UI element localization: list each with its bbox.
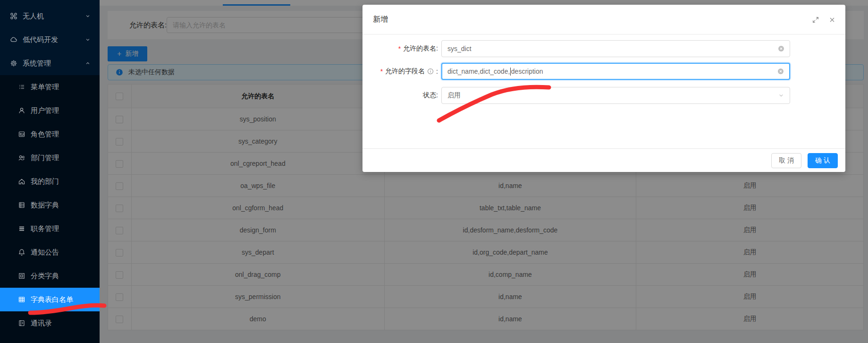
modal-header: 新增 [362, 5, 845, 34]
cloud-icon [10, 36, 17, 43]
field-label-status: 状态: [423, 91, 438, 100]
chevron-down-icon [85, 13, 91, 19]
drone-icon [10, 12, 17, 20]
home-icon [18, 178, 25, 185]
sidebar-item-label: 用户管理 [31, 106, 59, 115]
close-icon[interactable] [828, 16, 836, 24]
cancel-button[interactable]: 取 消 [771, 153, 801, 168]
book-icon [18, 201, 25, 209]
sidebar-item[interactable]: 用户管理 [0, 99, 100, 122]
confirm-button[interactable]: 确 认 [808, 153, 838, 168]
sidebar-item[interactable]: 分类字典 [0, 264, 100, 288]
sidebar-group-item[interactable]: 低代码开发 [0, 28, 100, 51]
list-icon [18, 83, 25, 91]
form-row-table-name: * 允许的表名: sys_dict [362, 40, 845, 57]
sidebar-item-label: 无人机 [23, 12, 44, 21]
sidebar-item-label: 职务管理 [31, 224, 59, 233]
team-icon [18, 154, 25, 162]
field-label-fields: 允许的字段名 [385, 67, 425, 76]
sidebar-item[interactable]: 职务管理 [0, 217, 100, 240]
sidebar-item[interactable]: 通讯录 [0, 311, 100, 335]
sidebar-item-label: 通知公告 [31, 248, 59, 257]
table-icon [18, 296, 25, 303]
sidebar-item[interactable]: 字典表白名单 [0, 288, 100, 311]
sidebar-item-label: 分类字典 [31, 272, 59, 281]
modal-footer: 取 消 确 认 [362, 148, 845, 172]
sidebar-item[interactable]: 通知公告 [0, 240, 100, 264]
chevron-up-icon [85, 60, 91, 66]
contact-icon [18, 319, 25, 327]
sidebar-item-label: 我的部门 [31, 177, 59, 186]
grid-icon [18, 272, 25, 280]
sidebar-group-item[interactable]: 无人机 [0, 4, 100, 28]
sidebar: 无人机 低代码开发 系统管理 [0, 0, 100, 343]
status-select[interactable]: 启用 [441, 87, 790, 104]
bell-icon [18, 249, 25, 256]
bars-icon [18, 225, 25, 232]
sidebar-item-label: 角色管理 [31, 130, 59, 139]
sidebar-item[interactable]: 部门管理 [0, 146, 100, 170]
required-mark: * [398, 45, 401, 52]
add-modal: 新增 * 允许的表名: sys_dict * 允许的字段名 : dict_nam… [362, 5, 845, 172]
field-label-table-name: 允许的表名: [403, 44, 438, 53]
sidebar-item-label: 低代码开发 [23, 35, 58, 44]
sidebar-item[interactable]: 我的部门 [0, 170, 100, 193]
user-icon [18, 107, 25, 114]
idcard-icon [18, 130, 25, 138]
modal-title: 新增 [373, 5, 388, 34]
clear-icon[interactable] [778, 45, 784, 52]
table-name-input[interactable]: sys_dict [441, 40, 790, 57]
sidebar-item-label: 菜单管理 [31, 83, 59, 92]
sidebar-item[interactable]: 角色管理 [0, 122, 100, 146]
sidebar-item-label: 系统管理 [23, 59, 51, 68]
gear-icon [10, 60, 17, 67]
sidebar-group-item[interactable]: 系统管理 [0, 51, 100, 75]
field-info-icon[interactable] [427, 68, 434, 75]
required-mark: * [380, 68, 383, 75]
sidebar-item[interactable]: 菜单管理 [0, 75, 100, 99]
sidebar-item-label: 通讯录 [31, 319, 52, 328]
sidebar-item[interactable]: 数据字典 [0, 193, 100, 217]
app-window: 无人机 低代码开发 系统管理 [0, 0, 868, 343]
sidebar-top-menu: 无人机 低代码开发 系统管理 [0, 0, 100, 75]
chevron-down-icon [85, 37, 91, 43]
sidebar-item-label: 部门管理 [31, 154, 59, 163]
sidebar-item-label: 数据字典 [31, 201, 59, 210]
fullscreen-icon[interactable] [812, 16, 819, 24]
chevron-down-icon [778, 92, 784, 99]
sidebar-submenu: 菜单管理 用户管理 角色管理 部门管理 [0, 75, 100, 343]
form-row-fields: * 允许的字段名 : dict_name,dict_code,descripti… [362, 63, 845, 80]
form-row-status: 状态: 启用 [362, 87, 845, 104]
clear-icon[interactable] [777, 68, 784, 75]
fields-input[interactable]: dict_name,dict_code,description [441, 63, 790, 80]
sidebar-item-label: 字典表白名单 [31, 295, 73, 304]
